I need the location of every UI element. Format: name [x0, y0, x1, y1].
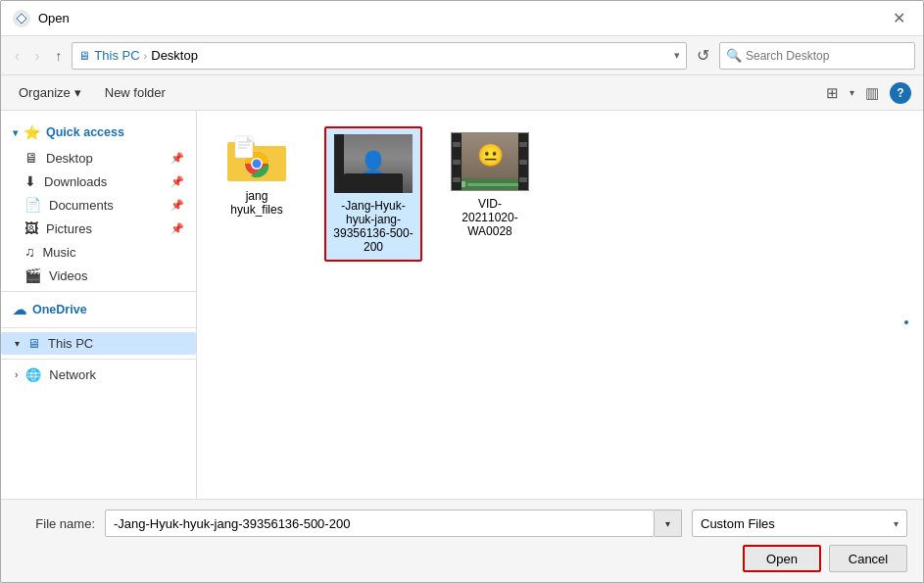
search-bar: 🔍 — [719, 42, 915, 70]
onedrive-label: OneDrive — [32, 303, 87, 316]
quick-access-icon: ⭐ — [24, 124, 40, 140]
filename-dropdown-arrow[interactable]: ▾ — [655, 510, 682, 537]
file-item-jang-image[interactable]: 👤 -Jang-Hyuk-hyuk-jang-39356136-500-200 — [324, 126, 422, 262]
vid-film-strip-right — [518, 133, 528, 190]
film-hole-r3 — [519, 177, 527, 182]
folder-icon — [225, 132, 288, 183]
open-dialog: Open ✕ ‹ › ↑ 🖥 This PC › Desktop ▾ ↺ 🔍 O… — [0, 0, 924, 583]
sidebar-item-videos[interactable]: 🎬 Videos — [1, 264, 196, 287]
sidebar-documents-label: Documents — [49, 198, 114, 213]
film-hole-3 — [453, 177, 461, 182]
film-hole-1 — [453, 142, 461, 147]
filename-row: File name: ▾ Custom Files ▾ — [17, 510, 907, 537]
filename-input-wrapper: ▾ — [105, 510, 682, 537]
thispc-icon: 🖥 — [27, 336, 40, 351]
quick-access-label: Quick access — [46, 125, 124, 139]
vid-thumbnail: 😐 — [451, 132, 529, 191]
main-area: ▾ ⭐ Quick access 🖥 Desktop 📌 ⬇ Downloads… — [1, 111, 923, 499]
sidebar-pictures-label: Pictures — [46, 221, 92, 236]
help-button[interactable]: ? — [890, 82, 911, 104]
organize-dropdown-icon: ▾ — [74, 85, 81, 100]
sidebar-item-thispc[interactable]: ▾ 🖥 This PC — [1, 332, 196, 355]
open-button[interactable]: Open — [743, 545, 821, 572]
sidebar-downloads-label: Downloads — [44, 174, 107, 189]
jang-folder-label: jang hyuk_files — [219, 189, 295, 217]
cancel-button[interactable]: Cancel — [829, 545, 907, 572]
film-hole-r2 — [519, 160, 527, 165]
filetype-select[interactable]: Custom Files ▾ — [692, 510, 907, 537]
sidebar: ▾ ⭐ Quick access 🖥 Desktop 📌 ⬇ Downloads… — [1, 111, 197, 499]
sidebar-item-music[interactable]: ♫ Music — [1, 240, 196, 264]
svg-point-1 — [17, 14, 26, 24]
film-hole-r1 — [519, 142, 527, 147]
title-bar: Open ✕ — [1, 1, 923, 36]
close-button[interactable]: ✕ — [887, 7, 911, 29]
sidebar-divider-1 — [1, 291, 196, 292]
downloads-icon: ⬇ — [24, 173, 36, 189]
sidebar-desktop-label: Desktop — [46, 151, 93, 166]
search-icon: 🔍 — [726, 48, 742, 63]
action-bar-right: ⊞ ▾ ▥ ? — [821, 81, 911, 105]
toolbar: ‹ › ↑ 🖥 This PC › Desktop ▾ ↺ 🔍 — [1, 36, 923, 75]
network-icon: 🌐 — [25, 367, 41, 382]
organize-button[interactable]: Organize ▾ — [13, 82, 87, 103]
thispc-label: This PC — [48, 336, 93, 351]
desktop-icon: 🖥 — [24, 150, 38, 166]
sidebar-divider-2 — [1, 327, 196, 328]
action-bar: Organize ▾ New folder ⊞ ▾ ▥ ? — [1, 75, 923, 111]
sidebar-divider-3 — [1, 359, 196, 360]
dialog-title: Open — [38, 11, 70, 25]
up-button[interactable]: ↑ — [49, 44, 68, 68]
file-item-jang-folder[interactable]: jang hyuk_files — [213, 126, 301, 222]
filetype-label: Custom Files — [701, 516, 775, 531]
sidebar-item-network[interactable]: › 🌐 Network — [1, 364, 196, 386]
filetype-dropdown-arrow: ▾ — [894, 518, 899, 529]
sidebar-item-downloads[interactable]: ⬇ Downloads 📌 — [1, 170, 196, 193]
forward-button[interactable]: › — [29, 44, 46, 68]
path-thispc: This PC — [94, 48, 139, 63]
pane-button[interactable]: ▥ — [860, 81, 884, 105]
quick-access-arrow: ▾ — [13, 127, 18, 138]
onedrive-icon: ☁ — [13, 302, 26, 317]
videos-icon: 🎬 — [24, 267, 41, 283]
pin-icon-downloads: 📌 — [170, 175, 184, 188]
back-button[interactable]: ‹ — [9, 44, 25, 68]
sidebar-item-documents[interactable]: 📄 Documents 📌 — [1, 193, 196, 217]
path-bar[interactable]: 🖥 This PC › Desktop ▾ — [72, 42, 687, 70]
svg-point-8 — [253, 160, 262, 169]
bottom-bar: File name: ▾ Custom Files ▾ Open Cancel — [1, 499, 923, 582]
pin-icon-pictures: 📌 — [170, 222, 184, 235]
film-strip-left — [334, 134, 344, 193]
filename-label: File name: — [17, 516, 95, 531]
film-hole-2 — [453, 160, 461, 165]
sidebar-music-label: Music — [43, 245, 76, 260]
path-dropdown-arrow[interactable]: ▾ — [674, 49, 680, 62]
dot-indicator — [904, 320, 908, 324]
jang-image-label: -Jang-Hyuk-hyuk-jang-39356136-500-200 — [332, 199, 414, 254]
refresh-button[interactable]: ↺ — [691, 42, 715, 69]
pin-icon-documents: 📌 — [170, 199, 184, 212]
sidebar-item-desktop[interactable]: 🖥 Desktop 📌 — [1, 146, 196, 170]
network-arrow: › — [15, 369, 18, 380]
organize-label: Organize — [19, 85, 71, 100]
file-item-vid[interactable]: 😐 VID-20211020-WA0028 — [446, 126, 534, 244]
filename-input[interactable] — [105, 510, 655, 537]
pictures-icon: 🖼 — [24, 220, 38, 236]
path-icon: 🖥 — [78, 49, 90, 63]
sidebar-onedrive[interactable]: ☁ OneDrive — [1, 296, 196, 323]
file-area: jang hyuk_files 👤 -Jang-Hyuk-hyuk-jang-3… — [197, 111, 923, 499]
path-separator-1: › — [144, 50, 148, 62]
sidebar-quick-access[interactable]: ▾ ⭐ Quick access — [1, 119, 196, 146]
music-icon: ♫ — [24, 244, 35, 260]
new-folder-button[interactable]: New folder — [99, 82, 171, 103]
sidebar-item-pictures[interactable]: 🖼 Pictures 📌 — [1, 217, 196, 240]
network-label: Network — [49, 367, 96, 382]
view-button[interactable]: ⊞ — [821, 81, 844, 105]
vid-film-strip-left — [452, 133, 462, 190]
search-input[interactable] — [746, 49, 908, 63]
vid-label: VID-20211020-WA0028 — [452, 197, 528, 238]
view-dropdown-arrow[interactable]: ▾ — [850, 87, 854, 98]
documents-icon: 📄 — [24, 197, 41, 213]
thispc-arrow: ▾ — [15, 338, 20, 349]
title-bar-left: Open — [13, 10, 70, 27]
